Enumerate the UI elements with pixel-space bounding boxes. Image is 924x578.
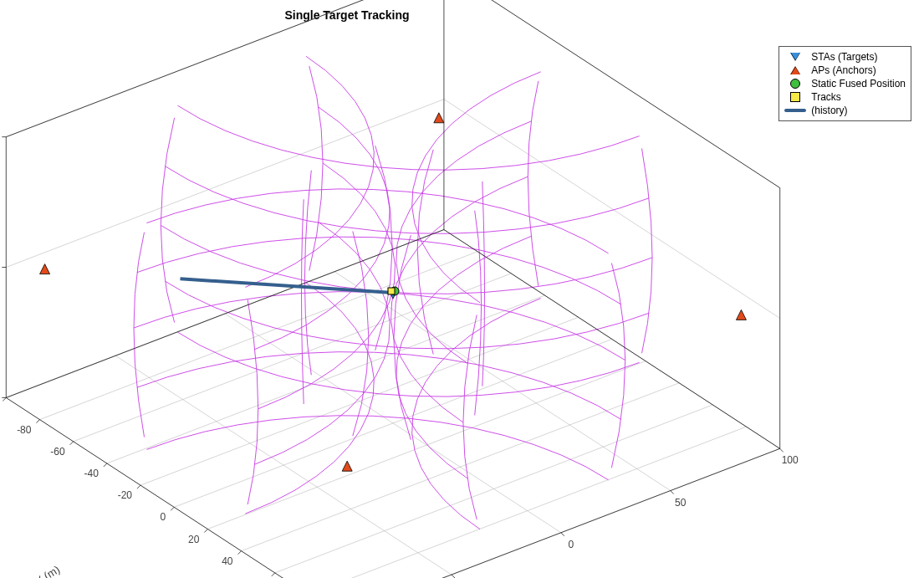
svg-marker-73: [342, 461, 352, 471]
svg-text:40: 40: [222, 555, 233, 567]
svg-text:-20: -20: [118, 489, 133, 501]
svg-line-12: [242, 383, 680, 551]
svg-line-33: [452, 575, 455, 578]
svg-text:0: 0: [569, 539, 574, 550]
figure: Single Target Tracking STAs (Targets) AP…: [0, 0, 924, 578]
svg-line-16: [6, 0, 444, 137]
svg-line-56: [238, 551, 242, 555]
svg-line-24: [6, 230, 444, 398]
svg-rect-78: [388, 288, 395, 294]
svg-marker-74: [434, 113, 444, 123]
svg-line-11: [207, 361, 646, 529]
svg-line-48: [104, 463, 107, 467]
axes-3d[interactable]: -100-50050100X (m)-100-80-60-40-20020406…: [0, 0, 924, 578]
svg-text:-40: -40: [84, 468, 99, 479]
svg-line-13: [275, 405, 713, 573]
svg-line-17: [6, 100, 444, 268]
svg-line-44: [36, 420, 39, 423]
svg-line-0: [6, 397, 342, 578]
svg-line-39: [780, 448, 784, 452]
svg-line-54: [204, 529, 207, 533]
svg-text:0: 0: [161, 511, 166, 523]
svg-line-10: [174, 339, 612, 507]
svg-line-6: [39, 252, 477, 420]
svg-text:100: 100: [782, 454, 799, 466]
svg-text:20: 20: [188, 534, 200, 545]
svg-marker-75: [736, 309, 746, 320]
svg-line-50: [137, 485, 140, 488]
svg-line-58: [272, 573, 275, 576]
svg-line-26: [342, 448, 780, 578]
svg-text:-60: -60: [50, 446, 65, 458]
svg-line-46: [70, 442, 74, 445]
svg-line-9: [140, 317, 579, 485]
svg-line-37: [671, 491, 674, 494]
svg-line-42: [3, 397, 6, 401]
svg-text:Y (m): Y (m): [33, 563, 62, 578]
svg-text:50: 50: [675, 497, 687, 509]
svg-line-20: [444, 100, 780, 319]
svg-line-15: [342, 448, 780, 578]
svg-marker-72: [40, 264, 50, 274]
svg-line-8: [107, 295, 545, 463]
svg-line-25: [444, 230, 780, 449]
svg-line-35: [561, 533, 564, 536]
svg-text:-80: -80: [17, 424, 32, 436]
svg-line-27: [6, 397, 342, 578]
svg-line-52: [171, 507, 174, 510]
svg-line-22: [6, 0, 444, 137]
